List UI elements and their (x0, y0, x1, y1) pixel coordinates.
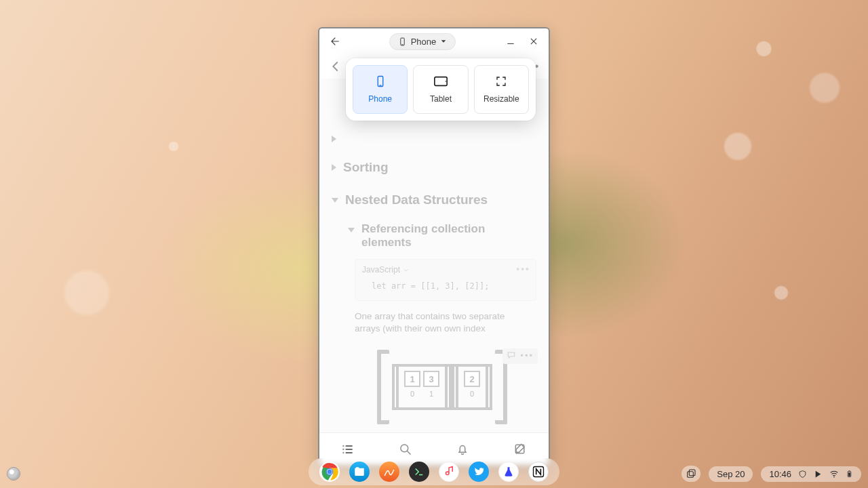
disclosure-right-icon (332, 136, 336, 142)
svg-rect-20 (690, 470, 696, 476)
svg-rect-11 (435, 77, 447, 86)
battery-icon (846, 469, 853, 479)
cell: 2 (464, 371, 480, 387)
taskbar: Sep 20 10:46 (0, 460, 868, 488)
document-content[interactable]: Sorting Nested Data Structures Referenci… (319, 79, 549, 432)
tray-screenshot-button[interactable] (682, 466, 701, 482)
dock-app-terminal[interactable] (409, 462, 429, 482)
section-row[interactable] (332, 131, 536, 142)
dock-app-music[interactable] (439, 462, 459, 482)
diagram-toolbar: ••• (502, 348, 538, 364)
dock-app-editor[interactable] (379, 462, 399, 482)
shield-icon (798, 470, 807, 479)
svg-point-3 (342, 445, 344, 446)
svg-rect-9 (378, 77, 383, 87)
paragraph-text: One array that contains two separate arr… (355, 310, 511, 335)
cell: 3 (423, 371, 439, 387)
launcher-button[interactable] (7, 467, 20, 481)
comment-icon[interactable] (507, 350, 516, 362)
svg-point-12 (446, 81, 446, 81)
bracket-left-icon (377, 350, 389, 424)
phone-icon (398, 37, 407, 46)
phone-icon (374, 75, 387, 87)
section-heading: Nested Data Structures (345, 192, 488, 207)
subarray-left: 1 3 0 1 (396, 364, 448, 410)
dock-app-twitter[interactable] (469, 462, 489, 482)
section-heading: Sorting (343, 160, 389, 175)
dock-app-lab[interactable] (498, 462, 519, 482)
device-option-label: Tablet (430, 94, 452, 104)
section-heading: Referencing collection elements (361, 222, 536, 249)
code-block[interactable]: ••• JavaScript let arr = [[1, 3], [2]]; (355, 259, 536, 301)
close-button[interactable] (524, 32, 543, 51)
subarray-right: 2 0 (456, 364, 488, 410)
code-language-picker[interactable]: JavaScript (362, 265, 529, 274)
svg-rect-23 (849, 470, 850, 471)
device-option-label: Resizable (484, 94, 519, 104)
caret-down-icon (440, 38, 447, 45)
disclosure-down-icon (332, 198, 338, 203)
device-option-tablet[interactable]: Tablet (413, 65, 468, 114)
tray-date-text: Sep 20 (717, 469, 745, 479)
section-nested[interactable]: Nested Data Structures (332, 192, 536, 207)
play-store-icon (814, 470, 823, 479)
device-option-phone[interactable]: Phone (353, 65, 408, 114)
chevron-down-icon (403, 267, 409, 273)
page-back-button[interactable] (326, 57, 345, 76)
back-button[interactable] (325, 32, 344, 51)
disclosure-down-icon (348, 228, 355, 232)
section-sorting[interactable]: Sorting (332, 160, 536, 175)
svg-point-4 (342, 448, 344, 449)
wifi-icon (829, 469, 839, 479)
index-label: 0 (404, 390, 420, 398)
disclosure-right-icon (332, 164, 336, 171)
dock-app-notion[interactable] (528, 462, 549, 482)
tray-status-chip[interactable]: 10:46 (761, 466, 861, 482)
diagram-more-button[interactable]: ••• (520, 350, 534, 362)
index-label: 1 (423, 390, 439, 398)
svg-rect-24 (848, 472, 850, 476)
index-label: 0 (464, 390, 480, 398)
minimize-button[interactable] (501, 32, 520, 51)
svg-point-17 (328, 470, 332, 474)
code-language-label: JavaScript (362, 265, 400, 274)
diagram-block[interactable]: ••• 1 3 0 1 2 (348, 350, 536, 424)
device-mode-dropdown[interactable]: Phone (389, 33, 456, 50)
window-titlebar: Phone (319, 28, 549, 54)
device-mode-label: Phone (411, 37, 437, 47)
cell: 1 (404, 371, 420, 387)
code-text: let arr = [[1, 3], [2]]; (362, 281, 529, 291)
device-option-label: Phone (368, 94, 392, 104)
device-option-resizable[interactable]: Resizable (474, 65, 529, 114)
device-mode-popover: Phone Tablet Resizable (346, 58, 536, 121)
svg-rect-19 (688, 472, 694, 478)
svg-rect-0 (400, 38, 403, 45)
dock-app-files[interactable] (349, 462, 370, 482)
code-more-button[interactable]: ••• (516, 264, 530, 274)
svg-line-7 (407, 451, 410, 454)
resizable-icon (495, 75, 507, 87)
section-referencing[interactable]: Referencing collection elements (348, 222, 536, 249)
tray-date-chip[interactable]: Sep 20 (709, 466, 753, 482)
svg-point-21 (833, 476, 835, 478)
shelf-dock (309, 458, 559, 485)
svg-point-5 (342, 451, 344, 453)
dock-app-chrome[interactable] (319, 462, 340, 482)
svg-point-6 (401, 444, 408, 451)
layers-icon (686, 468, 696, 479)
tablet-icon (433, 75, 448, 87)
system-tray: Sep 20 10:46 (682, 466, 861, 482)
tray-time-text: 10:46 (769, 469, 791, 479)
